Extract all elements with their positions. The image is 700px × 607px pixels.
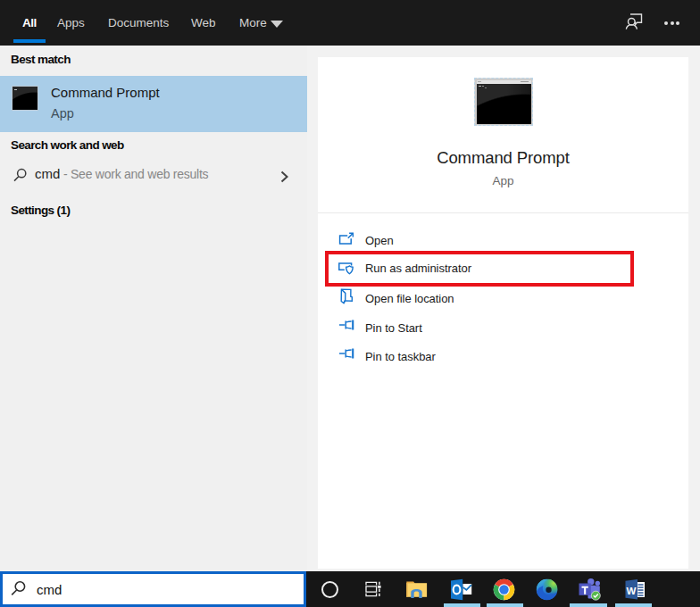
svg-text:W: W	[627, 586, 637, 596]
